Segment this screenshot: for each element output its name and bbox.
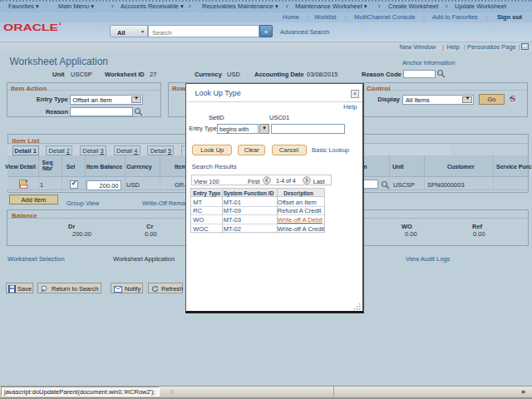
svg-text:ORACLE: ORACLE [3,22,58,32]
